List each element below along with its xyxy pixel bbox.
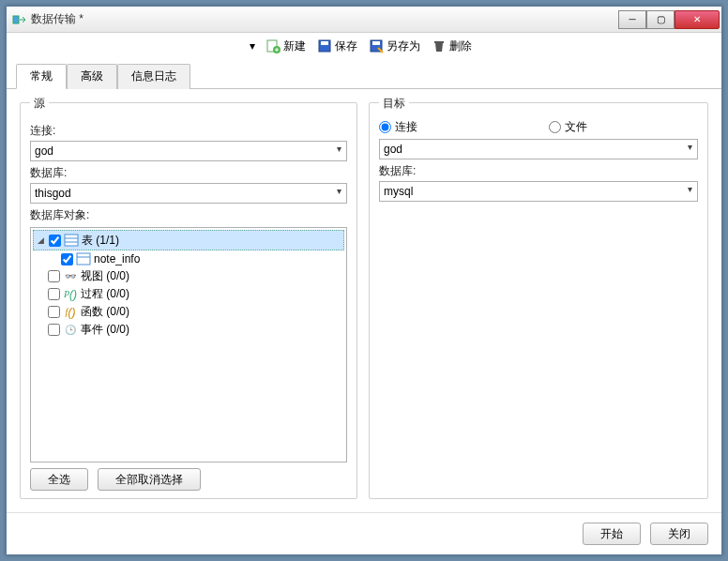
save-button[interactable]: 保存 — [313, 37, 361, 56]
saveas-label: 另存为 — [387, 38, 420, 54]
new-button[interactable]: 新建 — [262, 37, 310, 56]
trash-icon — [432, 38, 447, 53]
tabbar: 常规 高级 信息日志 — [7, 59, 721, 89]
funcs-checkbox[interactable] — [48, 306, 60, 318]
tab-log[interactable]: 信息日志 — [117, 64, 190, 89]
window-buttons: ─ ▢ ✕ — [618, 10, 720, 29]
start-button[interactable]: 开始 — [583, 523, 641, 545]
minimize-button[interactable]: ─ — [618, 10, 646, 29]
save-icon — [317, 38, 332, 53]
footer: 开始 关闭 — [7, 512, 721, 554]
app-icon — [12, 12, 27, 27]
toolbar: ▾ 新建 保存 另存为 删除 — [7, 33, 721, 59]
noteinfo-label: note_info — [94, 252, 140, 265]
source-db-label: 数据库: — [30, 165, 347, 181]
collapse-icon[interactable]: ◢ — [36, 235, 46, 246]
source-db-select[interactable]: thisgod — [30, 183, 347, 204]
radio-connection[interactable]: 连接 — [379, 119, 417, 135]
content-area: 源 连接: god 数据库: thisgod 数据库对象: ◢ 表 (1/1) — [7, 89, 721, 512]
tables-label: 表 (1/1) — [82, 233, 119, 249]
close-dialog-button[interactable]: 关闭 — [650, 523, 708, 545]
target-db-select[interactable]: mysql — [379, 181, 698, 202]
procs-label: 过程 (0/0) — [81, 286, 129, 302]
svg-rect-8 — [65, 235, 78, 246]
radio-connection-label: 连接 — [395, 119, 417, 135]
dialog-window: 数据传输 * ─ ▢ ✕ ▾ 新建 保存 另存为 删除 常规 高级 信息日志 — [6, 6, 722, 555]
source-pane: 源 连接: god 数据库: thisgod 数据库对象: ◢ 表 (1/1) — [20, 102, 357, 499]
procs-checkbox[interactable] — [48, 288, 60, 300]
table-icon — [76, 251, 91, 266]
save-label: 保存 — [335, 38, 357, 54]
saveas-button[interactable]: 另存为 — [365, 37, 424, 56]
new-icon — [265, 38, 281, 53]
tree-node-views[interactable]: 👓 视图 (0/0) — [33, 267, 344, 285]
funcs-label: 函数 (0/0) — [81, 304, 129, 320]
delete-button[interactable]: 删除 — [428, 37, 476, 56]
source-objects-label: 数据库对象: — [30, 207, 347, 223]
maximize-button[interactable]: ▢ — [646, 10, 675, 29]
tab-general[interactable]: 常规 — [16, 64, 67, 89]
titlebar: 数据传输 * ─ ▢ ✕ — [7, 7, 721, 33]
events-checkbox[interactable] — [48, 324, 60, 336]
tree-node-events[interactable]: 🕒 事件 (0/0) — [33, 321, 344, 339]
select-all-button[interactable]: 全选 — [30, 468, 88, 491]
new-label: 新建 — [283, 38, 306, 54]
source-conn-select[interactable]: god — [30, 141, 347, 161]
source-title: 源 — [30, 96, 49, 112]
radio-connection-input[interactable] — [379, 121, 391, 133]
tree-node-procs[interactable]: P() 过程 (0/0) — [33, 285, 344, 303]
chevron-down-icon[interactable]: ▾ — [247, 39, 258, 53]
radio-file-label: 文件 — [565, 119, 587, 135]
svg-rect-6 — [372, 41, 380, 45]
func-icon: f() — [63, 305, 78, 320]
svg-rect-4 — [321, 41, 328, 45]
deselect-all-button[interactable]: 全部取消选择 — [98, 468, 201, 491]
tree-node-noteinfo[interactable]: note_info — [33, 250, 344, 267]
views-label: 视图 (0/0) — [81, 268, 129, 284]
radio-file-input[interactable] — [549, 121, 561, 133]
svg-rect-7 — [434, 41, 444, 43]
tree-node-funcs[interactable]: f() 函数 (0/0) — [33, 303, 344, 321]
target-pane: 目标 连接 文件 god 数据库: mysql — [369, 102, 708, 499]
window-title: 数据传输 * — [31, 11, 618, 27]
tree-node-tables[interactable]: ◢ 表 (1/1) — [33, 230, 344, 250]
profile-combo[interactable] — [14, 36, 239, 56]
proc-icon: P() — [63, 287, 78, 302]
saveas-icon — [369, 38, 384, 53]
svg-rect-11 — [77, 253, 90, 265]
events-label: 事件 (0/0) — [81, 322, 129, 338]
source-conn-label: 连接: — [30, 123, 347, 139]
radio-file[interactable]: 文件 — [549, 119, 587, 135]
svg-rect-0 — [13, 16, 19, 23]
target-conn-select[interactable]: god — [379, 139, 698, 159]
target-db-label: 数据库: — [379, 163, 698, 179]
table-icon — [64, 233, 79, 248]
views-checkbox[interactable] — [48, 270, 60, 282]
close-button[interactable]: ✕ — [675, 10, 720, 29]
tab-advanced[interactable]: 高级 — [67, 64, 117, 89]
event-icon: 🕒 — [63, 323, 78, 338]
noteinfo-checkbox[interactable] — [61, 253, 73, 265]
tables-checkbox[interactable] — [49, 235, 61, 247]
objects-tree[interactable]: ◢ 表 (1/1) note_info 👓 视图 (0 — [30, 227, 347, 462]
delete-label: 删除 — [449, 38, 472, 54]
target-title: 目标 — [379, 96, 409, 112]
view-icon: 👓 — [63, 269, 78, 284]
